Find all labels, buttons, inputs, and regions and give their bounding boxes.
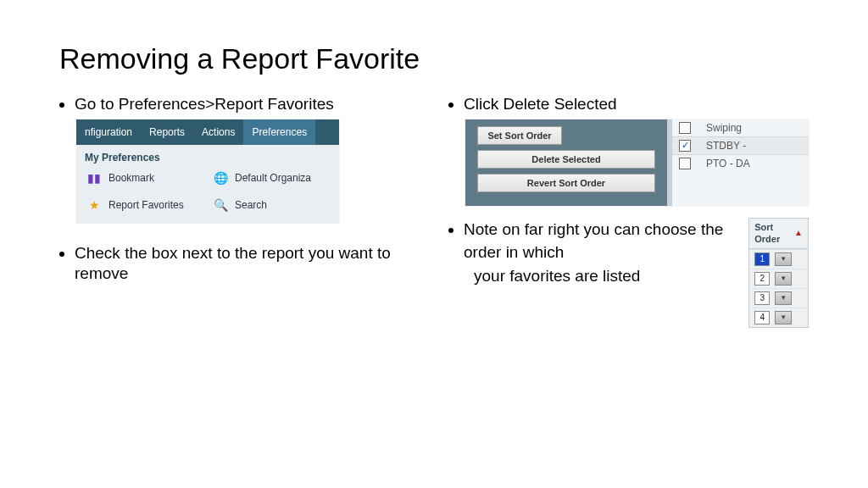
magnifier-icon: 🔍	[211, 196, 230, 214]
sort-index-input[interactable]: 4	[754, 311, 770, 324]
screenshot-delete-panel: Set Sort Order Delete Selected Revert So…	[465, 119, 809, 206]
globe-icon: 🌐	[211, 169, 230, 187]
set-sort-order-button[interactable]: Set Sort Order	[477, 126, 562, 145]
sort-row: 4 ▼	[749, 308, 808, 327]
pref-report-favorites[interactable]: ★ Report Favorites	[85, 196, 204, 214]
table-row: ✓ STDBY -	[672, 136, 809, 154]
sort-order-heading: Sort Order	[754, 222, 794, 246]
revert-sort-order-button[interactable]: Revert Sort Order	[477, 174, 655, 192]
preferences-heading: My Preferences	[85, 152, 331, 164]
sort-arrow-icon[interactable]: ▲	[794, 228, 803, 239]
nav-configuration[interactable]: nfiguration	[76, 119, 141, 145]
nav-reports[interactable]: Reports	[141, 119, 193, 145]
bullet-sort-order-note: Note on far right you can choose the ord…	[464, 218, 809, 329]
dropdown-icon[interactable]: ▼	[775, 272, 792, 286]
bullet-goto-prefs: Go to Preferences>Report Favorites	[75, 94, 398, 114]
sort-row: 1 ▼	[749, 249, 808, 269]
pref-search[interactable]: 🔍 Search	[211, 196, 331, 214]
screenshot-preferences: nfiguration Reports Actions Preferences …	[76, 119, 339, 223]
sort-index-input[interactable]: 1	[754, 252, 770, 266]
pref-default-org[interactable]: 🌐 Default Organiza	[211, 169, 331, 187]
dropdown-icon[interactable]: ▼	[775, 311, 792, 324]
row-checkbox[interactable]	[679, 158, 691, 169]
screenshot-sort-order: Sort Order ▲ 1 ▼ 2 ▼	[748, 218, 809, 329]
table-row: Swiping	[672, 119, 809, 136]
delete-selected-button[interactable]: Delete Selected	[477, 150, 655, 169]
row-checkbox[interactable]	[679, 122, 691, 134]
pref-bookmark[interactable]: ▮▮ Bookmark	[85, 169, 204, 187]
page-title: Removing a Report Favorite	[59, 42, 809, 75]
bullet-click-delete: Click Delete Selected	[464, 94, 809, 114]
app-navbar: nfiguration Reports Actions Preferences	[76, 119, 339, 145]
nav-preferences[interactable]: Preferences	[243, 119, 315, 145]
star-icon: ★	[85, 196, 103, 214]
sort-index-input[interactable]: 3	[754, 291, 770, 305]
bookmark-icon: ▮▮	[85, 169, 103, 187]
row-checkbox[interactable]: ✓	[679, 140, 691, 152]
dropdown-icon[interactable]: ▼	[775, 291, 792, 305]
dropdown-icon[interactable]: ▼	[775, 252, 792, 266]
table-row: PTO - DA	[672, 154, 809, 172]
sort-row: 2 ▼	[749, 269, 808, 288]
nav-actions[interactable]: Actions	[193, 119, 243, 145]
bullet-check-box: Check the box next to the report you wan…	[75, 243, 398, 284]
sort-row: 3 ▼	[749, 288, 808, 308]
sort-index-input[interactable]: 2	[754, 272, 770, 286]
